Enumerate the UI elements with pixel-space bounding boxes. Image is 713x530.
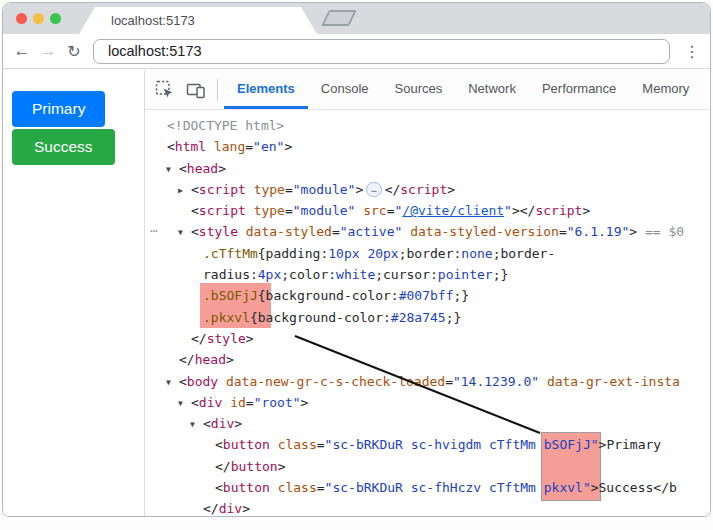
- code-line[interactable]: <button class="sc-bRKDuR sc-fhHczv cTftM…: [145, 477, 710, 498]
- tab-elements[interactable]: Elements: [224, 70, 308, 109]
- code-token: body: [187, 374, 218, 389]
- code-token: #007bff: [399, 288, 454, 303]
- code-token: div: [199, 395, 222, 410]
- code-token: 10px 20px: [328, 246, 398, 261]
- primary-button[interactable]: Primary: [12, 91, 105, 127]
- code-token: >: [284, 139, 292, 154]
- reload-icon[interactable]: ↻: [61, 42, 87, 61]
- code-line[interactable]: <html lang="en">: [145, 136, 710, 157]
- tab-performance[interactable]: Performance: [529, 70, 629, 109]
- code-token: type: [254, 182, 285, 197]
- tab-sources[interactable]: Sources: [382, 70, 456, 109]
- code-line[interactable]: </div>: [145, 498, 710, 516]
- code-line[interactable]: .cTftMm{padding:10px 20px;border:none;bo…: [145, 243, 710, 264]
- maximize-window-icon[interactable]: [50, 13, 61, 24]
- browser-tab[interactable]: localhost:5173: [79, 7, 317, 34]
- minimize-window-icon[interactable]: [33, 13, 44, 24]
- code-line[interactable]: ▼<head>: [145, 158, 710, 179]
- code-token: [246, 182, 254, 197]
- code-token: </: [385, 182, 401, 197]
- code-token: <!DOCTYPE html>: [167, 118, 284, 133]
- code-line[interactable]: </head>: [145, 349, 710, 370]
- tab-memory[interactable]: Memory: [629, 70, 702, 109]
- code-token: =: [332, 224, 340, 239]
- forward-icon[interactable]: →: [35, 41, 61, 61]
- code-token: <: [191, 224, 199, 239]
- code-token: style: [207, 331, 246, 346]
- code-token: =: [445, 374, 453, 389]
- browser-menu-icon[interactable]: ⋮: [678, 42, 706, 61]
- tab-network[interactable]: Network: [455, 70, 529, 109]
- code-token: ": [583, 480, 591, 495]
- code-line[interactable]: ▼<body data-new-gr-c-s-check-loaded="14.…: [145, 371, 710, 392]
- code-line[interactable]: .pkxvl{background-color:#28a745;}: [145, 307, 710, 328]
- code-token: script: [199, 203, 246, 218]
- code-token: <: [191, 395, 199, 410]
- code-token: head: [187, 161, 218, 176]
- toolbar-divider: [217, 79, 218, 101]
- code-token: div: [211, 416, 234, 431]
- collapse-icon[interactable]: ▼: [166, 159, 171, 180]
- collapse-icon[interactable]: ▼: [178, 393, 183, 414]
- collapse-icon[interactable]: ▼: [178, 222, 183, 243]
- code-token: >: [226, 352, 234, 367]
- devtools-panel: Elements Console Sources Network Perform…: [145, 70, 710, 516]
- code-line[interactable]: ▶<script type="module">…</script>: [145, 179, 710, 200]
- code-line[interactable]: radius:4px;color:white;cursor:pointer;}: [145, 264, 710, 285]
- code-token: ;}: [493, 267, 509, 282]
- code-token: 4px: [258, 267, 281, 282]
- code-token: <: [215, 437, 223, 452]
- code-token: =: [387, 203, 395, 218]
- more-actions-icon[interactable]: …: [150, 217, 159, 238]
- close-window-icon[interactable]: [16, 13, 27, 24]
- code-token: ;}: [453, 288, 469, 303]
- code-token: >: [582, 203, 590, 218]
- device-toolbar-icon[interactable]: [185, 80, 207, 100]
- code-token: ;color:: [281, 267, 336, 282]
- code-token: [238, 224, 246, 239]
- code-token: >: [355, 182, 363, 197]
- code-token: [270, 480, 278, 495]
- code-token: [222, 395, 230, 410]
- browser-toolbar: ← → ↻ localhost:5173 ⋮: [3, 34, 710, 69]
- code-token: style: [199, 224, 238, 239]
- code-token: .pkxvl: [203, 310, 250, 325]
- code-line[interactable]: </style>: [145, 328, 710, 349]
- code-line[interactable]: <script type="module" src="/@vite/client…: [145, 200, 710, 221]
- code-token: >: [234, 416, 242, 431]
- code-token: button: [231, 459, 278, 474]
- code-token: .bSOFjJ: [203, 288, 258, 303]
- code-token: </: [215, 459, 231, 474]
- tab-title: localhost:5173: [79, 13, 195, 28]
- code-token: <: [179, 374, 187, 389]
- code-line[interactable]: <!DOCTYPE html>: [145, 115, 710, 136]
- address-bar[interactable]: localhost:5173: [93, 39, 670, 64]
- collapse-icon[interactable]: ▼: [166, 372, 171, 393]
- code-token: data-gr-ext-insta: [547, 374, 680, 389]
- elements-dom-tree[interactable]: <!DOCTYPE html><html lang="en">▼<head>▶<…: [145, 110, 710, 516]
- code-line[interactable]: <button class="sc-bRKDuR sc-hvigdm cTftM…: [145, 434, 710, 455]
- code-line[interactable]: .bSOFjJ{background-color:#007bff;}: [145, 285, 710, 306]
- content-area: Primary Success Elements Console Sources: [3, 70, 710, 516]
- code-line[interactable]: ▼<div id="root">: [145, 392, 710, 413]
- success-button[interactable]: Success: [12, 129, 115, 165]
- code-line[interactable]: </button>: [145, 456, 710, 477]
- tab-console[interactable]: Console: [308, 70, 382, 109]
- code-token: .cTftMm: [203, 246, 258, 261]
- back-icon[interactable]: ←: [9, 41, 35, 61]
- code-token: bSOFjJ: [544, 437, 591, 452]
- code-line[interactable]: ▼<div>: [145, 413, 710, 434]
- code-token: data-new-gr-c-s-check-loaded: [226, 374, 445, 389]
- code-line[interactable]: ▼…<style data-styled="active" data-style…: [145, 221, 710, 242]
- code-token: class: [278, 480, 317, 495]
- code-token: <: [179, 161, 187, 176]
- collapse-icon[interactable]: ▼: [190, 414, 195, 435]
- code-token: /@vite/client: [402, 203, 504, 218]
- new-tab-button[interactable]: [321, 10, 357, 26]
- code-token: =: [246, 395, 254, 410]
- expand-icon[interactable]: ▶: [178, 180, 183, 201]
- code-token: =: [317, 480, 325, 495]
- code-token: "module": [293, 203, 356, 218]
- code-token: </: [191, 331, 207, 346]
- inspect-element-icon[interactable]: [154, 80, 176, 100]
